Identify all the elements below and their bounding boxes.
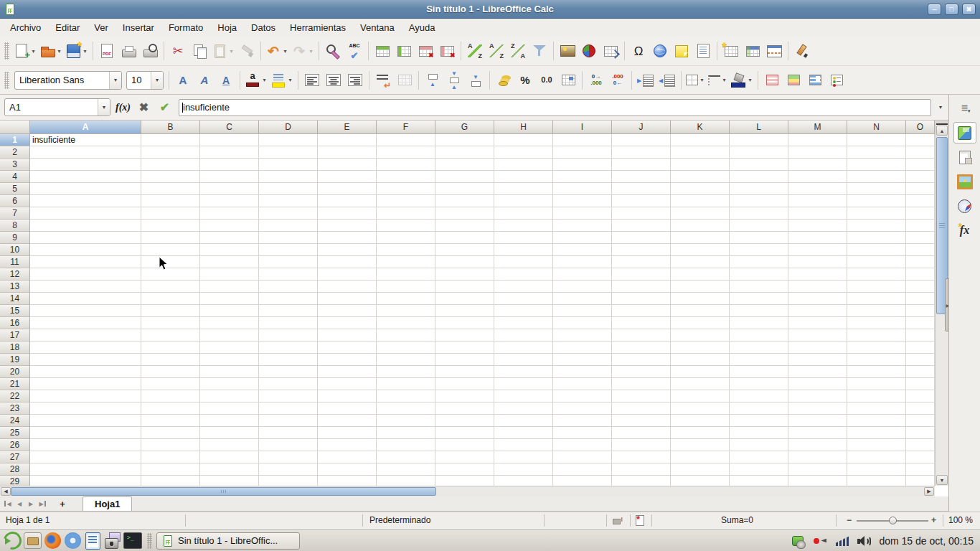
cell-D12[interactable] xyxy=(259,268,318,281)
cell-K27[interactable] xyxy=(671,451,730,463)
cell-K21[interactable] xyxy=(671,378,730,390)
cell-F12[interactable] xyxy=(377,268,435,281)
libreoffice-writer-launcher[interactable] xyxy=(83,531,103,550)
cell-O1[interactable] xyxy=(906,134,935,146)
cell-A29[interactable] xyxy=(30,476,141,486)
cell-L15[interactable] xyxy=(730,305,788,317)
font-color-dropdown-icon[interactable]: ▾ xyxy=(261,77,268,83)
cell-E3[interactable] xyxy=(318,159,377,171)
cell-I15[interactable] xyxy=(553,305,612,317)
row-header-9[interactable]: 9 xyxy=(0,232,30,244)
cell-M12[interactable] xyxy=(788,268,847,281)
cell-O9[interactable] xyxy=(906,232,935,244)
print-preview-button[interactable] xyxy=(139,40,161,62)
cell-F20[interactable] xyxy=(377,366,435,378)
expand-formula-bar-button[interactable]: ▾ xyxy=(935,104,946,110)
sidebar-styles-tab[interactable] xyxy=(953,146,976,168)
cell-L20[interactable] xyxy=(730,366,788,378)
align-bottom-button[interactable] xyxy=(465,70,486,91)
cell-M28[interactable] xyxy=(788,463,847,476)
cell-H1[interactable] xyxy=(494,134,553,146)
cell-G14[interactable] xyxy=(435,293,494,305)
cell-M7[interactable] xyxy=(788,207,847,220)
cell-N28[interactable] xyxy=(847,463,906,476)
cell-O27[interactable] xyxy=(906,451,935,463)
cell-L13[interactable] xyxy=(730,281,788,293)
cell-H26[interactable] xyxy=(494,439,553,451)
copy-button[interactable] xyxy=(189,40,210,62)
cell-G16[interactable] xyxy=(435,317,494,329)
select-all-corner[interactable] xyxy=(0,121,30,134)
cell-O13[interactable] xyxy=(906,281,935,293)
borders-button[interactable]: ▾ xyxy=(684,70,707,91)
cell-A24[interactable] xyxy=(30,415,141,427)
cell-F26[interactable] xyxy=(377,439,435,451)
border-style-dropdown-icon[interactable]: ▾ xyxy=(721,77,727,83)
cell-C18[interactable] xyxy=(200,342,259,354)
cell-C28[interactable] xyxy=(200,463,259,476)
cell-A22[interactable] xyxy=(30,390,141,402)
split-window-handle[interactable] xyxy=(936,121,948,125)
app-launcher-launcher[interactable] xyxy=(2,531,22,550)
cell-I20[interactable] xyxy=(553,366,612,378)
cell-E2[interactable] xyxy=(318,146,377,159)
cell-K7[interactable] xyxy=(671,207,730,220)
cell-A7[interactable] xyxy=(30,207,141,220)
cell-A12[interactable] xyxy=(30,268,141,281)
cell-E18[interactable] xyxy=(318,342,377,354)
cell-G6[interactable] xyxy=(435,195,494,207)
cell-G25[interactable] xyxy=(435,427,494,439)
cell-L19[interactable] xyxy=(730,354,788,366)
cell-K1[interactable] xyxy=(671,134,730,146)
cell-K2[interactable] xyxy=(671,146,730,159)
terminal-launcher[interactable] xyxy=(123,531,143,550)
cell-A10[interactable] xyxy=(30,244,141,256)
cell-I24[interactable] xyxy=(553,415,612,427)
cell-O28[interactable] xyxy=(906,463,935,476)
cell-M13[interactable] xyxy=(788,281,847,293)
cell-I1[interactable] xyxy=(553,134,612,146)
sort-ascending-button[interactable] xyxy=(486,40,507,62)
cell-F18[interactable] xyxy=(377,342,435,354)
redo-dropdown-icon[interactable]: ▾ xyxy=(308,48,314,55)
cell-D22[interactable] xyxy=(259,390,318,402)
hyperlink-button[interactable] xyxy=(649,40,671,62)
cell-A5[interactable] xyxy=(30,183,141,195)
add-decimal-place-button[interactable]: 0→.000 xyxy=(585,70,607,91)
cell-H24[interactable] xyxy=(494,415,553,427)
cell-J16[interactable] xyxy=(612,317,671,329)
cell-B21[interactable] xyxy=(141,378,200,390)
underline-button[interactable]: A xyxy=(215,70,237,91)
cell-A19[interactable] xyxy=(30,354,141,366)
cell-N12[interactable] xyxy=(847,268,906,281)
cell-F25[interactable] xyxy=(377,427,435,439)
cell-I2[interactable] xyxy=(553,146,612,159)
menu-insertar[interactable]: Insertar xyxy=(116,20,161,35)
cell-O19[interactable] xyxy=(906,354,935,366)
cell-B23[interactable] xyxy=(141,402,200,415)
cell-H15[interactable] xyxy=(494,305,553,317)
cell-I12[interactable] xyxy=(553,268,612,281)
cell-H21[interactable] xyxy=(494,378,553,390)
cell-N8[interactable] xyxy=(847,220,906,232)
align-right-button[interactable] xyxy=(344,70,366,91)
cell-N15[interactable] xyxy=(847,305,906,317)
cell-C10[interactable] xyxy=(200,244,259,256)
column-header-I[interactable]: I xyxy=(553,121,612,134)
cell-E9[interactable] xyxy=(318,232,377,244)
cell-D11[interactable] xyxy=(259,256,318,268)
cell-B25[interactable] xyxy=(141,427,200,439)
accept-button[interactable]: ✔ xyxy=(154,98,175,117)
zoom-in-button[interactable]: + xyxy=(931,512,936,529)
cell-N9[interactable] xyxy=(847,232,906,244)
cell-O25[interactable] xyxy=(906,427,935,439)
highlighting-color-button[interactable]: ▾ xyxy=(269,70,295,91)
cell-L2[interactable] xyxy=(730,146,788,159)
cell-J19[interactable] xyxy=(612,354,671,366)
cell-G8[interactable] xyxy=(435,220,494,232)
sidebar-gallery-tab[interactable] xyxy=(953,171,976,192)
cell-A23[interactable] xyxy=(30,402,141,415)
insert-comment-button[interactable] xyxy=(671,40,692,62)
open-dropdown-icon[interactable]: ▾ xyxy=(56,48,62,55)
cell-O23[interactable] xyxy=(906,402,935,415)
